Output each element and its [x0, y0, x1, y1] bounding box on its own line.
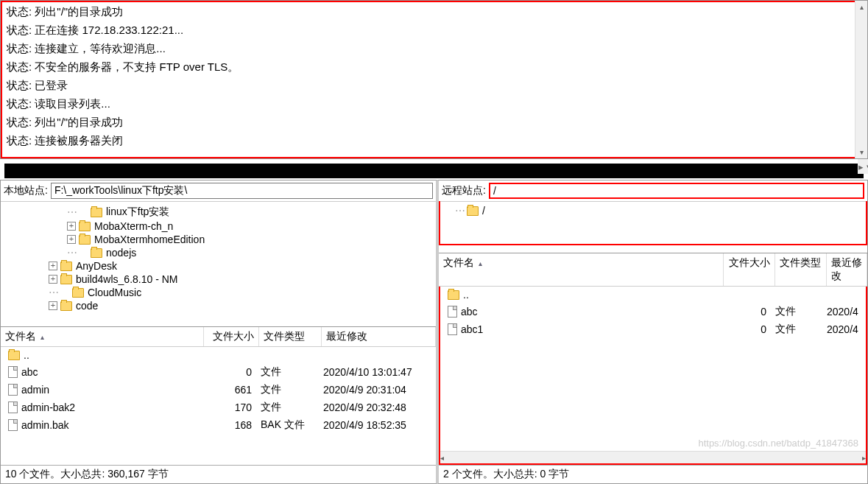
- log-line: 状态: 连接被服务器关闭: [7, 134, 850, 148]
- log-line: 状态: 列出"/"的目录成功: [7, 5, 850, 19]
- col-name[interactable]: 文件名▴: [439, 253, 724, 286]
- folder-icon: [72, 288, 84, 298]
- quickconnect-bar[interactable]: [4, 164, 864, 178]
- local-site-label: 本地站点:: [4, 184, 48, 197]
- col-name[interactable]: 文件名▴: [1, 327, 204, 346]
- tree-item[interactable]: ⋯CloudMusic: [1, 286, 436, 299]
- sort-asc-icon: ▴: [479, 259, 482, 267]
- file-row[interactable]: admin 661文件2020/4/9 20:31:04: [1, 381, 436, 399]
- folder-icon: [79, 235, 91, 245]
- remote-panel: 远程站点: ⋯/ 文件名▴ 文件大小 文件类型 最近修改 .. abc 0文件2…: [437, 180, 868, 484]
- file-icon: [8, 366, 18, 378]
- tree-item[interactable]: ⋯/: [440, 204, 866, 217]
- file-icon: [8, 419, 18, 431]
- remote-tree[interactable]: ⋯/: [439, 201, 867, 245]
- tree-item[interactable]: +MobaXtermhomeEdition: [1, 233, 436, 246]
- file-icon: [8, 401, 18, 413]
- folder-icon: [60, 301, 72, 311]
- tree-item[interactable]: +build4wls_6.8.10 - NM: [1, 273, 436, 286]
- scroll-down-icon[interactable]: ▾: [855, 146, 867, 158]
- expand-icon[interactable]: +: [49, 275, 57, 284]
- log-line: 状态: 正在连接 172.18.233.122:21...: [7, 24, 850, 38]
- col-type[interactable]: 文件类型: [259, 327, 322, 346]
- remote-site-label: 远程站点:: [442, 184, 486, 197]
- tree-item[interactable]: ⋯linux下ftp安装: [1, 205, 436, 220]
- log-line: 状态: 已登录: [7, 79, 850, 93]
- file-row[interactable]: abc 0文件2020/4: [440, 303, 866, 320]
- col-type[interactable]: 文件类型: [775, 253, 827, 286]
- history-dropdown-icon[interactable]: ▸ ▾: [858, 159, 868, 174]
- folder-icon: [60, 262, 72, 271]
- watermark-text: https://blog.csdn.net/batdp_41847368: [698, 438, 858, 449]
- file-icon: [448, 323, 457, 335]
- file-row[interactable]: admin.bak 168BAK 文件2020/4/9 18:52:35: [1, 416, 436, 434]
- expand-icon[interactable]: +: [67, 222, 76, 231]
- folder-icon: [79, 222, 91, 231]
- remote-site-input[interactable]: [489, 183, 864, 199]
- main-split: 本地站点: ⋯linux下ftp安装 +MobaXterm-ch_n +Moba…: [0, 180, 868, 484]
- tree-item[interactable]: +AnyDesk: [1, 259, 436, 273]
- local-tree[interactable]: ⋯linux下ftp安装 +MobaXterm-ch_n +MobaXtermh…: [1, 202, 436, 327]
- folder-icon: [8, 351, 20, 360]
- status-log-content[interactable]: 状态: 列出"/"的目录成功 状态: 正在连接 172.18.233.122:2…: [1, 1, 855, 158]
- local-file-list[interactable]: 文件名▴ 文件大小 文件类型 最近修改 .. abc 0文件2020/4/10 …: [1, 327, 436, 465]
- remote-h-scrollbar[interactable]: ◂ ▸: [440, 451, 866, 463]
- log-line: 状态: 列出"/"的目录成功: [7, 116, 850, 130]
- remote-list-header: 文件名▴ 文件大小 文件类型 最近修改: [439, 253, 867, 287]
- expand-icon[interactable]: +: [49, 301, 57, 310]
- file-icon: [8, 384, 18, 396]
- scroll-right-icon[interactable]: ▸: [862, 452, 866, 464]
- scroll-track[interactable]: [855, 13, 867, 146]
- status-log-pane: 状态: 列出"/"的目录成功 状态: 正在连接 172.18.233.122:2…: [0, 0, 868, 159]
- local-panel: 本地站点: ⋯linux下ftp安装 +MobaXterm-ch_n +Moba…: [0, 180, 437, 484]
- local-site-row: 本地站点:: [1, 180, 436, 202]
- expand-icon[interactable]: +: [49, 262, 57, 270]
- folder-icon: [448, 290, 459, 300]
- log-line: 状态: 不安全的服务器，不支持 FTP over TLS。: [7, 60, 850, 74]
- log-line: 状态: 读取目录列表...: [7, 97, 850, 111]
- remote-site-row: 远程站点:: [439, 180, 867, 202]
- local-status-bar: 10 个文件。大小总共: 360,167 字节: [1, 465, 436, 483]
- log-line: 状态: 连接建立，等待欢迎消息...: [7, 42, 850, 56]
- remote-status-bar: 2 个文件。大小总共: 0 字节: [439, 465, 867, 483]
- local-site-input[interactable]: [51, 183, 433, 199]
- col-date[interactable]: 最近修改: [322, 327, 436, 346]
- folder-icon: [467, 206, 479, 216]
- folder-icon: [91, 248, 102, 258]
- tree-item[interactable]: ⋯nodejs: [1, 246, 436, 259]
- col-size[interactable]: 文件大小: [204, 327, 259, 346]
- file-row[interactable]: admin-bak2 170文件2020/4/9 20:32:48: [1, 399, 436, 416]
- tree-item[interactable]: +code: [1, 299, 436, 312]
- col-date[interactable]: 最近修改: [827, 253, 867, 286]
- folder-icon: [91, 208, 102, 217]
- tree-item[interactable]: +MobaXterm-ch_n: [1, 220, 436, 233]
- file-row[interactable]: abc1 0文件2020/4: [440, 320, 866, 338]
- log-scrollbar[interactable]: ▴ ▾: [855, 1, 867, 158]
- expand-icon[interactable]: +: [67, 235, 76, 244]
- local-list-header: 文件名▴ 文件大小 文件类型 最近修改: [1, 327, 436, 347]
- folder-icon: [60, 275, 72, 284]
- remote-file-list[interactable]: .. abc 0文件2020/4 abc1 0文件2020/4 https://…: [439, 287, 867, 465]
- col-size[interactable]: 文件大小: [724, 253, 775, 286]
- scroll-up-icon[interactable]: ▴: [855, 1, 867, 13]
- file-row[interactable]: abc 0文件2020/4/10 13:01:47: [1, 363, 436, 381]
- file-icon: [448, 306, 457, 318]
- parent-dir-row[interactable]: ..: [440, 287, 866, 303]
- sort-asc-icon: ▴: [40, 333, 44, 341]
- parent-dir-row[interactable]: ..: [1, 347, 436, 363]
